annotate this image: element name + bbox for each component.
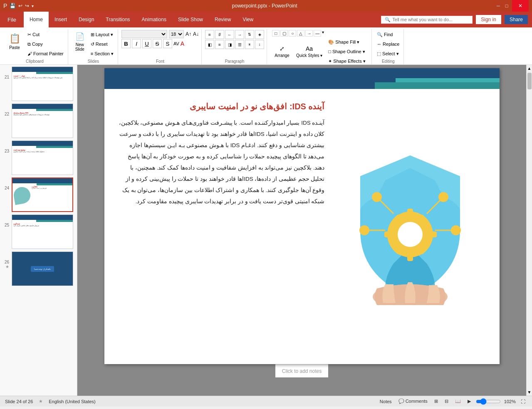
section-button[interactable]: ≡ Section ▾ xyxy=(89,49,115,58)
strikethrough-button[interactable]: S xyxy=(153,39,162,48)
tab-animations[interactable]: Animations xyxy=(136,12,172,27)
shape-fill-button[interactable]: 🎨 Shape Fill ▾ xyxy=(327,37,367,47)
text-direction-button[interactable]: ⇅ xyxy=(245,30,254,39)
scroll-down[interactable]: ▼ xyxy=(526,389,532,396)
font-shrink-icon[interactable]: A↓ xyxy=(193,31,199,37)
window-close[interactable]: ✕ xyxy=(512,0,529,12)
file-menu[interactable]: File xyxy=(0,12,24,27)
tab-review[interactable]: Review xyxy=(209,12,237,27)
scroll-thumb[interactable] xyxy=(527,73,532,89)
shape-arrow[interactable]: → xyxy=(305,30,313,37)
align-center-button[interactable]: ≡ xyxy=(215,40,224,49)
slide-thumbnail-26[interactable]: 26★ باتشکر از توجه شما xyxy=(2,251,75,286)
sign-in-button[interactable]: Sign in xyxy=(476,15,501,24)
slide-img-23[interactable]: موضوع مهم امنیت محتوای اسلاید بیست و سه … xyxy=(12,140,73,175)
cut-button[interactable]: ✂ Cut xyxy=(26,30,65,39)
text-shadow-button[interactable]: S xyxy=(163,39,172,48)
reset-button[interactable]: ↺ Reset xyxy=(89,39,115,49)
find-button[interactable]: 🔍 Find xyxy=(375,30,401,39)
quick-access-redo[interactable]: ↪ xyxy=(25,3,29,9)
drawing-row2: ⤢ Arrange Aa Quick Styles ▾ 🎨 Shape Fill… xyxy=(272,37,367,66)
columns-button[interactable]: ⌆ xyxy=(245,40,254,49)
character-spacing-button[interactable]: AV xyxy=(173,41,179,46)
quick-access-undo[interactable]: ↩ xyxy=(18,3,22,9)
tab-slideshow[interactable]: Slide Show xyxy=(172,12,209,27)
notes-button[interactable]: Notes xyxy=(378,398,393,405)
slide-thumbnail-25[interactable]: 25 نتیجه‌گیری می‌توان چارچوب‌های مناسبی … xyxy=(2,214,75,249)
numbering-button[interactable]: # xyxy=(215,30,224,39)
zoom-slider[interactable] xyxy=(476,398,501,405)
scroll-up[interactable]: ▲ xyxy=(526,65,532,72)
shape-outline-button[interactable]: □ Shape Outline ▾ xyxy=(327,47,367,56)
bullets-button[interactable]: ≡ xyxy=(205,30,214,39)
slide-thumbnail-22[interactable]: 22 بسترهای پیشرفته IDS توضیحات مربوط به … xyxy=(2,103,75,138)
format-painter-icon: 🖌 xyxy=(27,51,32,56)
view-slide-sorter-button[interactable]: ⊟ xyxy=(443,398,450,405)
right-scrollbar[interactable]: ▲ ▼ xyxy=(526,65,532,396)
line-spacing-button[interactable]: ↕ xyxy=(255,40,264,49)
svg-point-10 xyxy=(401,225,419,244)
comments-button[interactable]: 💬 Comments xyxy=(397,398,429,405)
underline-button[interactable]: U xyxy=(142,39,151,48)
slide-thumbnail-23[interactable]: 23 موضوع مهم امنیت محتوای اسلاید بیست و … xyxy=(2,140,75,175)
decrease-indent-button[interactable]: ← xyxy=(225,30,234,39)
view-reading-button[interactable]: 📖 xyxy=(453,398,463,405)
fit-page-button[interactable]: ⛶ xyxy=(519,398,527,405)
window-minimize[interactable]: ─ xyxy=(495,3,501,9)
tab-design[interactable]: Design xyxy=(73,12,100,27)
share-button[interactable]: Share xyxy=(505,15,528,24)
format-painter-button[interactable]: 🖌 Format Painter xyxy=(26,49,65,58)
increase-indent-button[interactable]: → xyxy=(235,30,244,39)
slide-canvas[interactable]: آینده IDS: افق‌های نو در امنیت سایبری آی… xyxy=(104,68,500,364)
justify-button[interactable]: ☰ xyxy=(235,40,244,49)
tab-home[interactable]: Home xyxy=(24,12,49,27)
shape-effects-button[interactable]: ✦ Shape Effects ▾ xyxy=(327,57,367,66)
select-button[interactable]: ⬚ Select ▾ xyxy=(375,49,401,58)
convert-smartart-button[interactable]: ◈ xyxy=(255,30,264,39)
slide-img-21[interactable]: عنوان ۱۰۰ چیست متن توضیحات مربوط به اسلا… xyxy=(12,67,73,101)
shape-circle[interactable]: ○ xyxy=(289,30,296,37)
layout-button[interactable]: ⊞ Layout ▾ xyxy=(89,30,115,39)
italic-button[interactable]: I xyxy=(132,39,141,48)
search-bar[interactable]: 🔍 xyxy=(381,16,473,24)
font-color-button[interactable]: A xyxy=(181,40,184,47)
slide-thumbnail-21[interactable]: 21 عنوان ۱۰۰ چیست متن توضیحات مربوط به ا… xyxy=(2,67,75,101)
shape-rect[interactable]: □ xyxy=(272,30,280,37)
search-input[interactable] xyxy=(392,17,469,22)
align-left-button[interactable]: ◧ xyxy=(205,40,214,49)
copy-button[interactable]: ⧉ Copy xyxy=(26,39,65,49)
arrange-button[interactable]: ⤢ Arrange xyxy=(272,43,292,60)
paste-button[interactable]: 📋 Paste xyxy=(4,30,25,53)
paste-icon: 📋 xyxy=(9,33,20,44)
search-icon: 🔍 xyxy=(385,17,391,22)
new-slide-button[interactable]: 📄 NewSlide xyxy=(72,30,88,53)
font-size-select[interactable]: 18 xyxy=(169,30,184,38)
align-right-button[interactable]: ◨ xyxy=(225,40,234,49)
slide-img-22[interactable]: بسترهای پیشرفته IDS توضیحات مربوط به سیس… xyxy=(12,103,73,138)
shape-line[interactable]: — xyxy=(314,30,321,37)
slide-img-26[interactable]: باتشکر از توجه شما xyxy=(12,251,73,286)
window-restore[interactable]: □ xyxy=(504,3,510,9)
drawing-content: □ ▢ ○ △ → — ▾ ⤢ Arrange Aa Quick Styles … xyxy=(272,30,367,66)
slide-thumbnail-24[interactable]: 24 آینده IDS افق‌های نو در امنیت سایبری xyxy=(2,177,75,212)
quick-styles-button[interactable]: Aa Quick Styles ▾ xyxy=(294,43,325,60)
shape-rounded-rect[interactable]: ▢ xyxy=(280,30,288,37)
new-slide-icon: 📄 xyxy=(75,32,84,41)
tab-transitions[interactable]: Transitions xyxy=(100,12,136,27)
quick-access-save[interactable]: 💾 xyxy=(10,3,16,9)
tab-insert[interactable]: Insert xyxy=(49,12,73,27)
font-family-select[interactable] xyxy=(121,30,167,38)
slide-img-25[interactable]: نتیجه‌گیری می‌توان چارچوب‌های مناسبی تعر… xyxy=(12,214,73,249)
view-normal-button[interactable]: ⊞ xyxy=(433,398,440,405)
shape-more[interactable]: ▾ xyxy=(322,30,324,37)
view-slideshow-button[interactable]: ▶ xyxy=(466,398,473,405)
tab-view[interactable]: View xyxy=(237,12,259,27)
quick-styles-icon: Aa xyxy=(306,45,313,52)
notes-area[interactable]: Click to add notes xyxy=(275,364,328,377)
bold-button[interactable]: B xyxy=(121,39,131,48)
slide-panel[interactable]: 21 عنوان ۱۰۰ چیست متن توضیحات مربوط به ا… xyxy=(0,65,77,396)
shape-triangle[interactable]: △ xyxy=(297,30,304,37)
font-grow-icon[interactable]: A↑ xyxy=(186,31,191,37)
slide-img-24[interactable]: آینده IDS افق‌های نو در امنیت سایبری xyxy=(12,177,73,212)
replace-button[interactable]: ↔ Replace xyxy=(375,39,401,49)
